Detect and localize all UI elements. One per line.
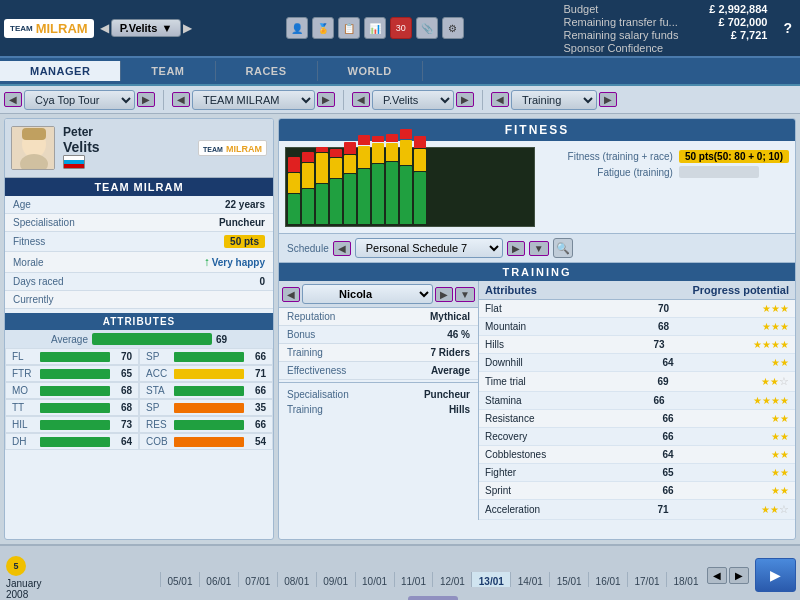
timeline-back-arrow[interactable]: ◀ xyxy=(707,567,727,584)
budget-panel: Budget £ 2,992,884 Remaining transfer fu… xyxy=(555,0,775,59)
salary-label: Remaining salary funds xyxy=(563,29,678,41)
reputation-value: Mythical xyxy=(430,311,470,322)
schedule-down-arrow[interactable]: ▼ xyxy=(529,241,549,256)
main-content: Peter Velits TEAM MILRAM TEAM MILRAM Age… xyxy=(0,114,800,544)
date-15-01[interactable]: 15/01 xyxy=(549,572,588,587)
stat-row-morale: Morale ↑Very happy xyxy=(5,252,273,273)
section-right-arrow[interactable]: ▶ xyxy=(599,92,617,107)
team-nav-group: ◀ TEAM MILRAM ▶ xyxy=(172,90,335,110)
attr-sprint-stars: ★★ xyxy=(771,485,789,496)
icon-medal[interactable]: 🏅 xyxy=(312,17,334,39)
fatigue-bar xyxy=(679,166,759,178)
help-button[interactable]: ? xyxy=(775,16,800,40)
date-16-01[interactable]: 16/01 xyxy=(588,572,627,587)
trainer-right-arrow[interactable]: ▶ xyxy=(435,287,453,302)
bar-yellow-8 xyxy=(386,143,398,161)
player-left-arrow[interactable]: ◀ xyxy=(352,92,370,107)
icon-chart[interactable]: 📊 xyxy=(364,17,386,39)
bar-red-2 xyxy=(302,152,314,162)
tour-selector[interactable]: Cya Top Tour xyxy=(24,90,135,110)
icon-settings[interactable]: ⚙ xyxy=(442,17,464,39)
attr-acceleration-stars: ★★☆ xyxy=(761,503,789,516)
icon-clipboard[interactable]: 📎 xyxy=(416,17,438,39)
team-selector[interactable]: TEAM MILRAM xyxy=(192,90,315,110)
schedule-right-arrow[interactable]: ▶ xyxy=(507,241,525,256)
stat-fl: FL 70 xyxy=(5,348,139,365)
section-selector[interactable]: Training xyxy=(511,90,597,110)
left-arrow-icon[interactable]: ◀ xyxy=(98,21,111,35)
team-name-header: TEAM MILRAM xyxy=(5,178,273,196)
date-14-01[interactable]: 14/01 xyxy=(510,572,549,587)
age-label: Age xyxy=(13,199,31,210)
icon-document[interactable]: 📋 xyxy=(338,17,360,39)
date-11-01[interactable]: 11/01 xyxy=(394,572,433,587)
chart-bar-5 xyxy=(344,142,356,224)
bar-green-8 xyxy=(386,162,398,224)
tab-team[interactable]: TEAM xyxy=(121,61,215,81)
stat-cob-val: 54 xyxy=(248,436,266,447)
team-right-arrow[interactable]: ▶ xyxy=(317,92,335,107)
attr-timetrial: Time trial 69 ★★☆ xyxy=(479,372,795,392)
schedule-search-button[interactable]: 🔍 xyxy=(553,238,573,258)
trainer-down-arrow[interactable]: ▼ xyxy=(455,287,475,302)
training-riders-value: 7 Riders xyxy=(431,347,470,358)
trainer-selector[interactable]: Nicola xyxy=(302,284,433,304)
date-17-01[interactable]: 17/01 xyxy=(627,572,666,587)
chart-bar-4 xyxy=(330,149,342,224)
right-arrow-icon[interactable]: ▶ xyxy=(181,21,194,35)
attr-hills-stars: ★★★★ xyxy=(753,339,789,350)
bonus-label: Bonus xyxy=(287,329,315,340)
date-07-01[interactable]: 07/01 xyxy=(238,572,277,587)
morale-arrow-icon: ↑ xyxy=(204,255,210,269)
team-left-arrow[interactable]: ◀ xyxy=(172,92,190,107)
bar-green-5 xyxy=(344,174,356,224)
icon-badge-30[interactable]: 30 xyxy=(390,17,412,39)
timeline-nav-arrows: ◀ ▶ xyxy=(707,567,749,584)
stat-sta: STA 66 xyxy=(139,382,273,399)
training-section-header: TRAINING xyxy=(279,263,795,281)
tab-world[interactable]: WORLD xyxy=(318,61,423,81)
player-name-dropdown[interactable]: P.Velits ▼ xyxy=(111,19,182,37)
play-button[interactable]: ▶ xyxy=(755,558,796,592)
stat-dh-val: 64 xyxy=(114,436,132,447)
icon-person[interactable]: 👤 xyxy=(286,17,308,39)
date-08-01[interactable]: 08/01 xyxy=(277,572,316,587)
attr-flat-val: 70 xyxy=(649,303,679,314)
chart-bar-10 xyxy=(414,136,426,224)
date-13-01[interactable]: 13/01 xyxy=(471,572,510,587)
fitness-content: Fitness (training + race) 50 pts(50: 80 … xyxy=(279,141,795,233)
date-10-01[interactable]: 10/01 xyxy=(355,572,394,587)
tour-right-arrow[interactable]: ▶ xyxy=(137,92,155,107)
stat-cob: COB 54 xyxy=(139,433,273,450)
tour-left-arrow[interactable]: ◀ xyxy=(4,92,22,107)
bar-red-4 xyxy=(330,149,342,157)
player-name-display: P.Velits xyxy=(120,22,158,34)
timeline-forward-arrow[interactable]: ▶ xyxy=(729,567,749,584)
date-06-01[interactable]: 06/01 xyxy=(199,572,238,587)
bar-red-6 xyxy=(358,135,370,145)
team-logo-text: MILRAM xyxy=(36,21,88,36)
schedule-selector[interactable]: Personal Schedule 7 xyxy=(355,238,503,258)
attr-hills: Hills 73 ★★★★ xyxy=(479,336,795,354)
date-05-01[interactable]: 05/01 xyxy=(160,572,199,587)
bar-green-4 xyxy=(330,179,342,224)
sponsor-row: Sponsor Confidence xyxy=(563,42,767,54)
attr-hills-name: Hills xyxy=(485,339,565,350)
player-selector[interactable]: P.Velits xyxy=(372,90,454,110)
player-right-arrow[interactable]: ▶ xyxy=(456,92,474,107)
attr-mountain-val: 68 xyxy=(649,321,679,332)
trainer-left-arrow[interactable]: ◀ xyxy=(282,287,300,302)
main-nav: MANAGER TEAM RACES WORLD xyxy=(0,58,800,86)
section-left-arrow[interactable]: ◀ xyxy=(491,92,509,107)
stat-hil-label: HIL xyxy=(12,419,36,430)
tab-races[interactable]: RACES xyxy=(216,61,318,81)
attr-downhill-val: 64 xyxy=(653,357,683,368)
stat-hil-bar xyxy=(40,420,110,430)
date-12-01[interactable]: 12/01 xyxy=(432,572,471,587)
attr-fighter: Fighter 65 ★★ xyxy=(479,464,795,482)
spec-type-value: Puncheur xyxy=(424,389,470,400)
schedule-left-arrow[interactable]: ◀ xyxy=(333,241,351,256)
tab-manager[interactable]: MANAGER xyxy=(0,61,121,81)
date-09-01[interactable]: 09/01 xyxy=(316,572,355,587)
date-18-01[interactable]: 18/01 xyxy=(666,572,705,587)
